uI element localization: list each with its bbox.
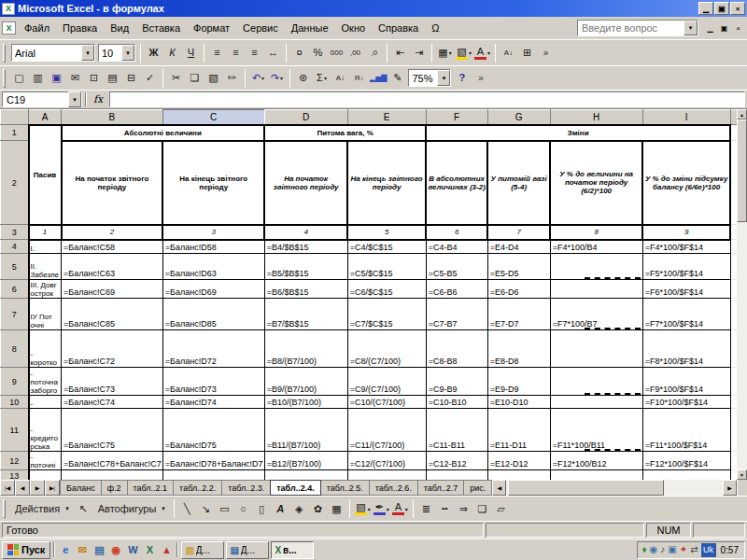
horizontal-scroll-track[interactable]	[506, 480, 723, 496]
cell-C12[interactable]: =Баланс!D78+Баланс!D7	[162, 452, 264, 470]
print-button[interactable]: ▤	[104, 69, 121, 88]
formatting-options-chevron[interactable]: »	[537, 44, 555, 63]
cell-H3[interactable]: 8	[550, 225, 642, 240]
dash-style-button[interactable]: ╍	[436, 499, 454, 518]
restore-button[interactable]: ▣	[714, 2, 729, 15]
cell-A5[interactable]: II. Забезпе	[29, 254, 62, 280]
sheet-tab[interactable]: табл..2.3.	[221, 480, 271, 496]
cell-D13[interactable]	[264, 470, 347, 481]
shadow-button[interactable]: ❏	[473, 499, 491, 518]
network-tray-icon[interactable]: ⇄	[690, 545, 698, 554]
cell-G2[interactable]: У питомій вазі (5-4)	[487, 141, 550, 225]
cell-E3[interactable]: 5	[347, 225, 426, 240]
cell-B13[interactable]	[62, 470, 163, 481]
col-header-D[interactable]: D	[264, 110, 347, 125]
cell-B5[interactable]: =Баланс!C63	[62, 254, 163, 280]
cell-C2[interactable]: На кінець звітного періоду	[162, 141, 264, 225]
undo-button[interactable]: ↶▾	[249, 69, 267, 88]
arrow-style-button[interactable]: ⇒	[455, 499, 472, 518]
cell-B9[interactable]: =Баланс!C73	[62, 368, 163, 396]
show-desktop-quicklaunch-icon[interactable]: ▤	[92, 542, 106, 557]
align-right-button[interactable]: ≡	[246, 44, 263, 63]
task-button-doc[interactable]: ▤Д...	[226, 541, 269, 559]
print-preview-button[interactable]: ⊟	[122, 69, 140, 88]
sort-ascending-button[interactable]: А↓	[500, 44, 517, 63]
media-quicklaunch-icon[interactable]: ◉	[108, 542, 123, 557]
col-header-C[interactable]: C	[162, 110, 264, 125]
line-color-button[interactable]: ✒▾	[373, 499, 390, 518]
cell-G10[interactable]: =E10-D10	[487, 396, 550, 409]
horizontal-scroll-thumb[interactable]	[508, 480, 664, 496]
menu-format[interactable]: Формат	[187, 20, 236, 36]
percent-button[interactable]: %	[309, 44, 327, 63]
select-objects-button[interactable]: ↖	[75, 499, 92, 518]
messenger-tray-icon[interactable]: ✦	[680, 545, 687, 554]
chevron-down-icon[interactable]: ▾	[405, 506, 408, 512]
cell-D4[interactable]: =B4/$B$15	[264, 240, 347, 254]
cell-C8[interactable]: =Баланс!D72	[162, 330, 264, 368]
cell-E4[interactable]: =C4/$C$15	[347, 240, 426, 254]
cell-F5[interactable]: =C5-B5	[426, 254, 487, 280]
ie-quicklaunch-icon[interactable]: e	[58, 542, 73, 557]
cell-E12[interactable]: =C12/(C7/100)	[347, 452, 426, 470]
vertical-scrollbar[interactable]: ▲ ▼	[737, 109, 747, 480]
sheet-tab[interactable]: табл..2.6.	[369, 480, 418, 496]
hyperlink-button[interactable]: ⊛	[294, 69, 312, 88]
text-box-button[interactable]: ▯	[253, 499, 271, 518]
cell-E2[interactable]: На кінець звітного періоду	[347, 141, 426, 225]
cell-F3[interactable]: 6	[426, 225, 487, 240]
cell-F13[interactable]	[426, 470, 487, 481]
word-quicklaunch-icon[interactable]: W	[125, 542, 140, 557]
cell-I2[interactable]: У % до зміни підсумку балансу (6/6е)*100	[642, 141, 730, 225]
wordart-button[interactable]: А	[272, 499, 289, 518]
task-button-folder[interactable]: ▨Д...	[181, 541, 224, 559]
task-button-excel[interactable]: Xв...	[271, 541, 314, 559]
cell-G5[interactable]: =E5-D5	[487, 254, 550, 280]
italic-button[interactable]: К	[163, 44, 181, 63]
cell-G13[interactable]	[487, 470, 550, 481]
menu-edit[interactable]: Правка	[56, 20, 104, 36]
formula-input[interactable]	[109, 91, 745, 107]
row-header-2[interactable]: 2	[1, 141, 29, 225]
cell-I7[interactable]: =F7*100/$F$14	[642, 299, 730, 330]
cell-F11[interactable]: =C11-B11	[426, 409, 487, 452]
cell-F8[interactable]: =C8-B8	[426, 330, 487, 368]
cell-F7[interactable]: =C7-B7	[426, 299, 487, 330]
cell-A7[interactable]: ІУ Пот очні	[29, 299, 62, 330]
cell-G8[interactable]: =E8-D8	[487, 330, 550, 368]
next-sheet-button[interactable]: ▶	[30, 480, 45, 496]
sheet-tab[interactable]: ф.2	[101, 480, 128, 496]
sort-ascending-button[interactable]: А↓	[331, 69, 349, 88]
cell-E11[interactable]: =C11/(C7/100)	[347, 409, 426, 452]
font-color-button[interactable]: A▾	[391, 499, 409, 518]
cell-H2[interactable]: У % до величини на початок періоду (6/2)…	[550, 141, 642, 225]
cell-I4[interactable]: =F4*100/$F$14	[642, 240, 730, 254]
horizontal-scrollbar[interactable]: ◀ ▶	[491, 480, 737, 496]
close-button[interactable]: ×	[730, 2, 745, 15]
volume-tray-icon[interactable]: ♪	[660, 545, 665, 554]
cell-B3[interactable]: 2	[62, 225, 163, 240]
toolbar-grip[interactable]	[3, 499, 6, 518]
font-color-button[interactable]: A▾	[473, 44, 491, 63]
picture-button[interactable]: ▦	[328, 499, 345, 518]
cell-E9[interactable]: =C9/(C7/100)	[347, 368, 426, 396]
cell-H7[interactable]: =F7*100/B7	[550, 299, 642, 330]
cell-G4[interactable]: =E4-D4	[487, 240, 550, 254]
autoformat-button[interactable]: ⊞	[518, 44, 536, 63]
cell-B2[interactable]: На початок звітного періоду	[62, 141, 163, 225]
cell-F9[interactable]: =C9-B9	[426, 368, 487, 396]
menu-view[interactable]: Вид	[104, 20, 135, 36]
cell-F6[interactable]: =C6-B6	[426, 280, 487, 299]
acrobat-quicklaunch-icon[interactable]: ▲	[159, 542, 174, 557]
cell-A10[interactable]: -	[29, 396, 62, 409]
copy-button[interactable]: ❏	[186, 69, 204, 88]
row-header-1[interactable]: 1	[1, 125, 29, 141]
group-header-changes[interactable]: Зміни	[426, 125, 730, 141]
standard-options-chevron[interactable]: »	[472, 69, 489, 88]
line-style-button[interactable]: ≣	[417, 499, 435, 518]
col-header-H[interactable]: H	[550, 110, 642, 125]
cell-H13[interactable]	[550, 470, 642, 481]
cell-B6[interactable]: =Баланс!C69	[62, 280, 163, 299]
cell-C5[interactable]: =Баланс!D63	[162, 254, 264, 280]
bold-button[interactable]: Ж	[145, 44, 162, 63]
